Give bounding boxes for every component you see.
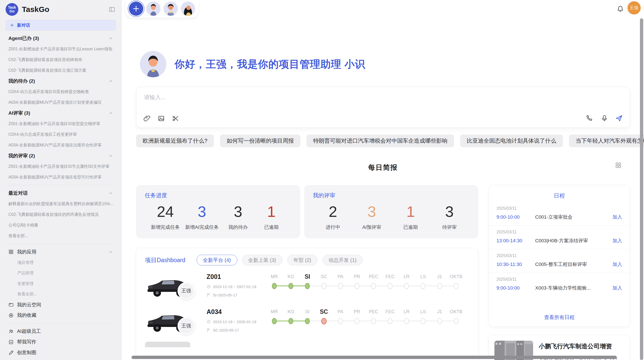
sidebar-subitem-view-all-apps[interactable]: 查看全部... bbox=[6, 289, 116, 299]
sidebar-item-help-me-write[interactable]: 帮我写作 bbox=[6, 337, 116, 347]
join-link[interactable]: 加入 bbox=[612, 285, 622, 291]
milestone-label-sc: SC bbox=[316, 308, 332, 316]
sidebar-section-header-0[interactable]: Agent已办 (3) bbox=[6, 33, 116, 44]
sidebar-item-creative-drawing[interactable]: 创意制图 bbox=[6, 347, 116, 358]
project-row-a034[interactable]: 王强 A034 2023-12-19 ~ 2026-01-19 SC-2025-… bbox=[136, 303, 478, 338]
sidebar-item[interactable]: C02-飞腾新能源轻客改款项目里程碑画布 bbox=[6, 54, 116, 65]
sidebar-item[interactable]: 公司Q3轻卡销量 bbox=[6, 220, 116, 231]
join-link[interactable]: 加入 bbox=[612, 261, 622, 268]
composer-left-tools bbox=[143, 115, 179, 122]
my-review-title: 我的评审 bbox=[313, 192, 470, 199]
suggestion-chip-4[interactable]: 当下年轻人对汽车外观有怎样的喜好趋势 bbox=[569, 134, 644, 147]
sidebar-section-header-3[interactable]: 我的评审 (2) bbox=[6, 151, 116, 161]
view-all-schedule-link[interactable]: 查看所有日程 bbox=[489, 314, 630, 321]
suggestion-chips: 欧洲新规最近颁布了什么?如何写一份清晰的项目周报特朗普可能对进口汽车增税会对中国… bbox=[136, 134, 644, 147]
join-link[interactable]: 加入 bbox=[612, 237, 622, 244]
sidebar-item[interactable]: A034-全新新能源MUV产品开发项目造型可行性评审 bbox=[6, 172, 116, 183]
sidebar-item[interactable]: A034-全新新能源MUV产品开发项目计划变更表编写 bbox=[6, 97, 116, 108]
sidebar-item[interactable]: Z001-全新燃油轻卡产品开发项目SI造型提交物评审 bbox=[6, 118, 116, 129]
suggestion-chip-3[interactable]: 比亚迪全固态电池计划具体说了什么 bbox=[460, 134, 563, 147]
phone-icon[interactable] bbox=[586, 115, 593, 122]
sidebar-subitem-change-mgmt[interactable]: 变更管理 bbox=[6, 278, 116, 289]
dashboard-title: 项目Dashboard bbox=[145, 256, 185, 264]
add-agent-button[interactable] bbox=[129, 2, 143, 16]
dot bbox=[404, 318, 409, 324]
chevron-up-icon bbox=[109, 192, 113, 195]
layout-grid-icon[interactable] bbox=[615, 162, 622, 169]
stat-label: 已逾期 bbox=[257, 224, 285, 231]
new-chat-button[interactable]: 新对话 bbox=[6, 20, 116, 31]
sidebar-section-header-1[interactable]: 我的待办 (2) bbox=[6, 76, 116, 86]
stat-进行中: 2进行中 bbox=[319, 203, 347, 231]
dot bbox=[454, 318, 459, 324]
horizontal-scrollbar[interactable] bbox=[131, 356, 617, 359]
sidebar-section-header-2[interactable]: AI评审 (3) bbox=[6, 108, 116, 118]
sidebar-subitem-project-mgmt[interactable]: 项目管理 bbox=[6, 257, 116, 268]
clock-icon bbox=[207, 284, 211, 289]
user-avatar[interactable]: 王强 bbox=[627, 1, 641, 14]
section-title: Agent已办 (3) bbox=[8, 35, 39, 42]
sidebar-item[interactable]: A034-全新新能源MUV产品开发项目法规符合性评审 bbox=[6, 140, 116, 151]
sidebar-item[interactable]: C0X4-动力总成开发项目工程变更评审 bbox=[6, 129, 116, 140]
sidebar-subitem-product-mgmt[interactable]: 产品管理 bbox=[6, 268, 116, 278]
sidebar-item-cloud-space[interactable]: 我的云空间 bbox=[6, 299, 116, 310]
schedule-row: 9:00-10:00X003-车辆动力学性能验...加入 bbox=[496, 285, 622, 291]
dashboard-tab-2[interactable]: 年型 (2) bbox=[287, 255, 318, 265]
send-icon[interactable] bbox=[615, 114, 623, 122]
sidebar-item[interactable]: C0X4-动力总成开发项目SI里程碑提交物检查 bbox=[6, 86, 116, 97]
milestone-label-pr: PR bbox=[349, 273, 365, 281]
sidebar-item-my-apps[interactable]: 我的应用 bbox=[6, 247, 116, 257]
dashboard-tab-1[interactable]: 全新上装 (3) bbox=[242, 255, 283, 265]
join-link[interactable]: 加入 bbox=[612, 214, 622, 220]
chevron-up-icon bbox=[109, 80, 113, 83]
sidebar-item[interactable]: 解释最新出台的欧盟报废车法规再生塑料比例被调至15%... bbox=[6, 199, 116, 209]
sidebar-item[interactable]: C02-飞腾新能源轻客改款项目的闭环通告反馈情况 bbox=[6, 209, 116, 220]
dot bbox=[305, 283, 310, 289]
agent-avatar-1[interactable] bbox=[146, 2, 160, 16]
schedule-date: 2025/03/11 bbox=[496, 206, 622, 211]
project-code: Z001 bbox=[207, 273, 265, 280]
chat-composer[interactable]: 请输入... bbox=[136, 87, 630, 128]
sidebar-item[interactable]: Z001-全新燃油轻卡产品开发项目SI节点属性5D文件评审 bbox=[6, 161, 116, 172]
vertical-scrollbar[interactable] bbox=[640, 18, 643, 360]
sidebar-item[interactable]: 查看全部... bbox=[6, 231, 116, 241]
dot bbox=[338, 283, 343, 289]
project-row-z001[interactable]: 王强 Z001 2023-12-19 ~ 2027-01-19 SI-2025-… bbox=[136, 267, 478, 303]
sidebar-item-favorites[interactable]: 我的收藏 bbox=[6, 310, 116, 321]
milestone-label-mr: MR bbox=[266, 308, 283, 316]
chevron-up-icon bbox=[109, 37, 113, 40]
scissors-icon[interactable] bbox=[172, 115, 179, 122]
microphone-icon[interactable] bbox=[600, 115, 607, 122]
sidebar-item[interactable]: C02-飞腾新能源轻客改款项目立项汇报方案 bbox=[6, 65, 116, 76]
write-icon bbox=[8, 339, 14, 345]
dashboard-tab-3[interactable]: 动总开发 (1) bbox=[322, 255, 363, 265]
new-chat-label: 新对话 bbox=[17, 22, 30, 28]
notification-bell-icon[interactable] bbox=[617, 5, 624, 12]
suggestion-chip-0[interactable]: 欧洲新规最近颁布了什么? bbox=[136, 134, 214, 147]
agent-avatar-2[interactable] bbox=[164, 2, 178, 16]
project-info-z001: Z001 2023-12-19 ~ 2027-01-19 SI-2025-05-… bbox=[207, 273, 265, 297]
schedule-event-title: C005-整车工程目标评审 bbox=[535, 261, 612, 268]
dot bbox=[437, 283, 442, 289]
sidebar-section-header-4[interactable]: 最近对话 bbox=[6, 188, 116, 199]
sidebar-collapse-icon[interactable] bbox=[109, 6, 115, 13]
stat-value: 1 bbox=[397, 203, 425, 220]
attachment-icon[interactable] bbox=[143, 115, 151, 122]
task-progress-stats: 24新增完成任务3新增AI完成任务3我的待办1已逾期 bbox=[145, 203, 291, 231]
milestone-dot-ls bbox=[415, 317, 431, 325]
sidebar-item[interactable]: Z001-全新燃油皮卡产品开发项目SI节点Lesson Learn报告 bbox=[6, 44, 116, 54]
stat-label: 进行中 bbox=[319, 224, 347, 231]
dashboard-tab-0[interactable]: 全新平台 (4) bbox=[197, 255, 237, 265]
schedule-time: 9:00-10:00 bbox=[496, 285, 535, 291]
milestone-dot-sc bbox=[316, 317, 332, 325]
milestone-dots bbox=[266, 282, 464, 290]
sidebar-item-ai-super-staff[interactable]: AI超级员工 bbox=[6, 326, 116, 337]
milestone-dot-oktb bbox=[448, 282, 464, 290]
image-icon[interactable] bbox=[158, 115, 165, 122]
news-title: 小鹏飞行汽车制造公司增资 bbox=[539, 342, 624, 350]
dot bbox=[404, 283, 409, 289]
suggestion-chip-2[interactable]: 特朗普可能对进口汽车增税会对中国车企造成哪些影响 bbox=[306, 134, 454, 147]
dot bbox=[388, 283, 392, 289]
suggestion-chip-1[interactable]: 如何写一份清晰的项目周报 bbox=[220, 134, 300, 147]
agent-avatar-3[interactable] bbox=[181, 2, 195, 16]
